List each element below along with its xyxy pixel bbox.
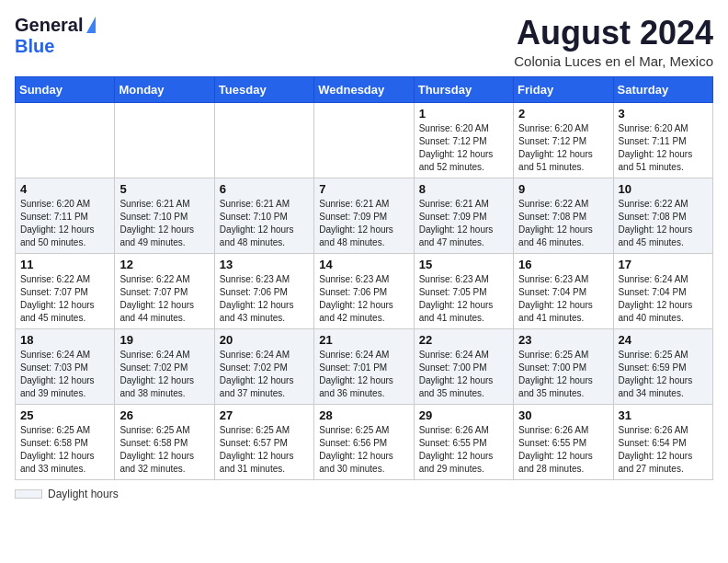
day-number: 9 [518,182,608,196]
calendar-cell: 4Sunrise: 6:20 AM Sunset: 7:11 PM Daylig… [16,178,115,253]
day-number: 7 [319,182,408,196]
day-info: Sunrise: 6:25 AM Sunset: 6:59 PM Dayligh… [619,349,708,400]
calendar-cell: 9Sunrise: 6:22 AM Sunset: 7:08 PM Daylig… [514,178,613,253]
calendar-cell: 31Sunrise: 6:26 AM Sunset: 6:54 PM Dayli… [613,404,712,479]
day-number: 12 [119,258,209,271]
day-info: Sunrise: 6:22 AM Sunset: 7:08 PM Dayligh… [619,198,708,249]
calendar-header-tuesday: Tuesday [214,76,313,102]
daylight-bar-icon [15,489,42,499]
calendar-cell: 18Sunrise: 6:24 AM Sunset: 7:03 PM Dayli… [16,328,115,404]
logo-blue-text: Blue [15,36,54,57]
calendar-cell: 8Sunrise: 6:21 AM Sunset: 7:09 PM Daylig… [414,178,513,253]
calendar-header-sunday: Sunday [16,76,115,102]
calendar-header-wednesday: Wednesday [314,76,414,102]
day-info: Sunrise: 6:22 AM Sunset: 7:08 PM Dayligh… [518,198,608,249]
day-info: Sunrise: 6:21 AM Sunset: 7:09 PM Dayligh… [419,198,508,249]
day-number: 16 [518,258,608,271]
calendar-cell [214,102,313,178]
day-number: 15 [419,258,508,271]
day-info: Sunrise: 6:25 AM Sunset: 6:58 PM Dayligh… [20,424,109,476]
day-info: Sunrise: 6:25 AM Sunset: 7:00 PM Dayligh… [518,349,608,400]
calendar-cell: 2Sunrise: 6:20 AM Sunset: 7:12 PM Daylig… [514,102,613,178]
logo-general-text: General [15,15,83,36]
calendar-table: SundayMondayTuesdayWednesdayThursdayFrid… [15,76,713,480]
day-number: 1 [419,107,508,121]
title-area: August 2024 Colonia Luces en el Mar, Mex… [514,15,713,69]
day-number: 6 [220,182,309,196]
logo-triangle-icon [86,17,96,33]
calendar-week-row: 18Sunrise: 6:24 AM Sunset: 7:03 PM Dayli… [16,328,713,404]
location-title: Colonia Luces en el Mar, Mexico [514,53,713,69]
calendar-cell: 24Sunrise: 6:25 AM Sunset: 6:59 PM Dayli… [613,328,712,404]
day-number: 31 [619,408,708,422]
day-info: Sunrise: 6:23 AM Sunset: 7:06 PM Dayligh… [319,273,408,325]
calendar-cell: 30Sunrise: 6:26 AM Sunset: 6:55 PM Dayli… [514,404,613,479]
calendar-cell [314,102,414,178]
day-info: Sunrise: 6:26 AM Sunset: 6:55 PM Dayligh… [518,424,608,476]
calendar-cell: 15Sunrise: 6:23 AM Sunset: 7:05 PM Dayli… [414,253,513,328]
day-number: 18 [20,333,109,347]
calendar-week-row: 1Sunrise: 6:20 AM Sunset: 7:12 PM Daylig… [16,102,713,178]
day-number: 10 [619,182,708,196]
calendar-cell: 6Sunrise: 6:21 AM Sunset: 7:10 PM Daylig… [214,178,313,253]
day-info: Sunrise: 6:21 AM Sunset: 7:10 PM Dayligh… [220,198,309,249]
page-header: General Blue August 2024 Colonia Luces e… [15,15,713,69]
day-info: Sunrise: 6:24 AM Sunset: 7:00 PM Dayligh… [419,349,508,400]
day-number: 23 [518,333,608,347]
calendar-cell: 23Sunrise: 6:25 AM Sunset: 7:00 PM Dayli… [514,328,613,404]
day-info: Sunrise: 6:23 AM Sunset: 7:05 PM Dayligh… [419,273,508,325]
day-number: 19 [119,333,209,347]
day-info: Sunrise: 6:26 AM Sunset: 6:54 PM Dayligh… [619,424,708,476]
day-number: 22 [419,333,508,347]
calendar-cell: 19Sunrise: 6:24 AM Sunset: 7:02 PM Dayli… [115,328,214,404]
calendar-cell [16,102,115,178]
day-number: 24 [619,333,708,347]
day-number: 14 [319,258,408,271]
calendar-cell: 10Sunrise: 6:22 AM Sunset: 7:08 PM Dayli… [613,178,712,253]
day-number: 5 [119,182,209,196]
day-number: 4 [20,182,109,196]
calendar-cell: 25Sunrise: 6:25 AM Sunset: 6:58 PM Dayli… [16,404,115,479]
month-title: August 2024 [514,15,713,52]
day-number: 28 [319,408,408,422]
calendar-cell: 14Sunrise: 6:23 AM Sunset: 7:06 PM Dayli… [314,253,414,328]
day-info: Sunrise: 6:21 AM Sunset: 7:10 PM Dayligh… [119,198,209,249]
day-number: 26 [119,408,209,422]
calendar-header-row: SundayMondayTuesdayWednesdayThursdayFrid… [16,76,713,102]
calendar-cell: 16Sunrise: 6:23 AM Sunset: 7:04 PM Dayli… [514,253,613,328]
daylight-label: Daylight hours [48,488,119,500]
day-info: Sunrise: 6:20 AM Sunset: 7:11 PM Dayligh… [619,122,708,174]
logo: General Blue [15,15,96,57]
day-number: 21 [319,333,408,347]
day-info: Sunrise: 6:20 AM Sunset: 7:11 PM Dayligh… [20,198,109,249]
day-number: 8 [419,182,508,196]
calendar-header-friday: Friday [514,76,613,102]
calendar-cell: 11Sunrise: 6:22 AM Sunset: 7:07 PM Dayli… [16,253,115,328]
calendar-week-row: 4Sunrise: 6:20 AM Sunset: 7:11 PM Daylig… [16,178,713,253]
day-number: 25 [20,408,109,422]
calendar-cell: 13Sunrise: 6:23 AM Sunset: 7:06 PM Dayli… [214,253,313,328]
calendar-header-monday: Monday [115,76,214,102]
day-number: 3 [619,107,708,121]
day-info: Sunrise: 6:24 AM Sunset: 7:04 PM Dayligh… [619,273,708,325]
day-info: Sunrise: 6:25 AM Sunset: 6:57 PM Dayligh… [220,424,309,476]
day-info: Sunrise: 6:25 AM Sunset: 6:56 PM Dayligh… [319,424,408,476]
day-number: 29 [419,408,508,422]
day-info: Sunrise: 6:24 AM Sunset: 7:01 PM Dayligh… [319,349,408,400]
calendar-cell: 28Sunrise: 6:25 AM Sunset: 6:56 PM Dayli… [314,404,414,479]
calendar-cell: 27Sunrise: 6:25 AM Sunset: 6:57 PM Dayli… [214,404,313,479]
calendar-cell: 21Sunrise: 6:24 AM Sunset: 7:01 PM Dayli… [314,328,414,404]
calendar-cell: 1Sunrise: 6:20 AM Sunset: 7:12 PM Daylig… [414,102,513,178]
day-number: 17 [619,258,708,271]
calendar-cell: 22Sunrise: 6:24 AM Sunset: 7:00 PM Dayli… [414,328,513,404]
calendar-header-saturday: Saturday [613,76,712,102]
calendar-cell: 12Sunrise: 6:22 AM Sunset: 7:07 PM Dayli… [115,253,214,328]
calendar-week-row: 11Sunrise: 6:22 AM Sunset: 7:07 PM Dayli… [16,253,713,328]
calendar-cell: 5Sunrise: 6:21 AM Sunset: 7:10 PM Daylig… [115,178,214,253]
day-number: 20 [220,333,309,347]
day-info: Sunrise: 6:24 AM Sunset: 7:03 PM Dayligh… [20,349,109,400]
day-info: Sunrise: 6:22 AM Sunset: 7:07 PM Dayligh… [119,273,209,325]
calendar-cell: 29Sunrise: 6:26 AM Sunset: 6:55 PM Dayli… [414,404,513,479]
calendar-cell: 26Sunrise: 6:25 AM Sunset: 6:58 PM Dayli… [115,404,214,479]
day-info: Sunrise: 6:26 AM Sunset: 6:55 PM Dayligh… [419,424,508,476]
